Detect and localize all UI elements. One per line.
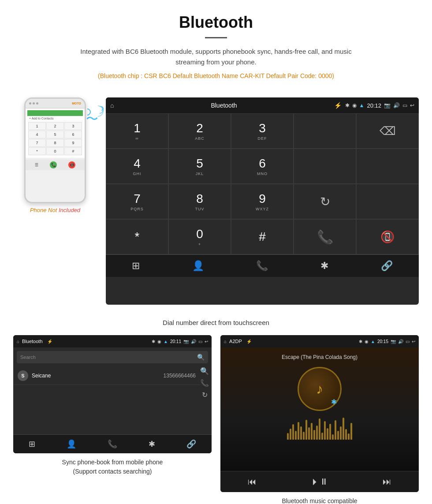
play-pause-icon[interactable]: ⏵⏸ <box>311 477 328 487</box>
music-back-icon: ↩ <box>412 339 415 344</box>
music-song-title: Escape (The Pina Colada Song) <box>282 354 358 360</box>
phone-key-3[interactable]: 3 <box>64 122 82 130</box>
prev-track-icon[interactable]: ⏮ <box>248 477 257 487</box>
page-header: Bluetooth Integrated with BC6 Bluetooth … <box>0 0 432 89</box>
dp-key-1[interactable]: 1∞ <box>106 113 168 149</box>
bt-status-bar: ⌂ Bluetooth ⚡ ✱ ◉ ▲ 20:12 📷 🔊 ▭ ↩ <box>106 97 419 113</box>
eq-bar-5 <box>298 422 299 440</box>
music-usb-icon: ⚡ <box>246 339 252 344</box>
phone-key-hash[interactable]: # <box>64 147 82 155</box>
pb-spacer <box>13 399 212 434</box>
pb-time: 20:11 <box>170 339 181 344</box>
dp-end[interactable]: 📵 <box>356 219 419 254</box>
phone-not-text: Phone Not <box>30 207 57 213</box>
eq-bar-24 <box>348 433 350 440</box>
music-caption: Bluetooth music compatible (Support disp… <box>274 497 365 504</box>
bt-bottom-nav: ⊞ 👤 📞 ✱ 🔗 <box>106 254 419 277</box>
eq-bar-3 <box>292 424 294 440</box>
nav-contacts-icon[interactable]: 👤 <box>192 260 204 272</box>
phone-key-5[interactable]: 5 <box>46 131 64 138</box>
phonebook-caption-line2: (Support contacts searching) <box>73 468 152 475</box>
phone-call-button[interactable]: 📞 <box>50 161 57 168</box>
pb-side-search-icon[interactable]: 🔍 <box>200 367 209 375</box>
music-caption-line1: Bluetooth music compatible <box>282 497 357 504</box>
pb-contact-name: Seicane <box>32 373 160 379</box>
phone-screen-header: ●●● <box>27 110 83 116</box>
phone-not-included-label: Phone Not Included <box>30 207 80 213</box>
bt-dialpad-screenshot: ⌂ Bluetooth ⚡ ✱ ◉ ▲ 20:12 📷 🔊 ▭ ↩ 1∞ <box>106 97 419 305</box>
eq-bar-8 <box>305 420 307 440</box>
phone-key-star[interactable]: * <box>28 147 46 155</box>
music-controls: ⏮ ⏵⏸ ⏭ <box>220 471 419 492</box>
nav-link-icon[interactable]: 🔗 <box>381 260 393 272</box>
music-album-art: ♪ ✱ <box>298 367 342 411</box>
phone-mockup: MOTO ●●● + Add to Contacts 1 2 3 4 5 6 7 <box>24 97 86 203</box>
eq-bar-21 <box>340 426 342 440</box>
phone-key-4[interactable]: 4 <box>28 131 46 138</box>
dp-key-3[interactable]: 3DEF <box>231 113 294 149</box>
phone-key-1[interactable]: 1 <box>28 122 46 130</box>
dialpad-grid: 1∞ 2ABC 3DEF ⌫ 4GHI 5JKL 6MNO 7PQRS 8TUV… <box>106 113 419 254</box>
pb-nav-contacts[interactable]: 👤 <box>67 439 76 449</box>
dp-key-2[interactable]: 2ABC <box>168 113 231 149</box>
middle-section: 〜 MOTO ●●● <box>0 89 432 314</box>
nav-bluetooth-icon[interactable]: ✱ <box>320 260 328 272</box>
pb-contact-row[interactable]: S Seicane 13566664466 <box>13 367 200 385</box>
pb-side-call-icon[interactable]: 📞 <box>200 379 209 387</box>
music-home-icon: ⌂ <box>224 339 227 344</box>
phone-key-7[interactable]: 7 <box>28 139 46 147</box>
phone-menu-btn[interactable]: ☰ <box>35 163 38 167</box>
description-text: Integrated with BC6 Bluetooth module, su… <box>66 46 366 67</box>
dp-key-0[interactable]: 0+ <box>168 219 231 254</box>
dp-refresh[interactable]: ↻ <box>294 184 356 219</box>
pb-signal-icon: ▲ <box>164 339 168 344</box>
phone-keypad: 1 2 3 4 5 6 7 8 9 * 0 # <box>27 121 83 156</box>
dp-key-8[interactable]: 8TUV <box>168 184 231 219</box>
bottom-section: ⌂ Bluetooth ⚡ ✱ ◉ ▲ 20:11 📷 🔊 ▭ ↩ Search… <box>0 335 432 504</box>
next-track-icon[interactable]: ⏭ <box>383 477 391 487</box>
pb-nav-grid[interactable]: ⊞ <box>29 439 35 449</box>
music-body: Escape (The Pina Colada Song) ♪ ✱ <box>220 347 419 471</box>
pb-search-placeholder: Search <box>20 355 197 360</box>
dp-key-4[interactable]: 4GHI <box>106 149 168 184</box>
music-screen-title: A2DP <box>229 339 242 344</box>
pb-status-bar: ⌂ Bluetooth ⚡ ✱ ◉ ▲ 20:11 📷 🔊 ▭ ↩ <box>13 335 212 347</box>
music-status-bar: ⌂ A2DP ⚡ ✱ ◉ ▲ 20:15 📷 🔊 ▭ ↩ <box>220 335 419 347</box>
phone-key-9[interactable]: 9 <box>64 139 82 147</box>
location-icon: ◉ <box>352 102 357 108</box>
pb-bottom-nav: ⊞ 👤 📞 ✱ 🔗 <box>13 434 212 453</box>
dp-key-9[interactable]: 9WXYZ <box>231 184 294 219</box>
phone-key-6[interactable]: 6 <box>64 131 82 138</box>
pb-search-bar[interactable]: Search 🔍 <box>17 351 208 363</box>
dp-key-hash[interactable]: # <box>231 219 294 254</box>
pb-loc-icon: ◉ <box>157 339 161 344</box>
phone-key-0[interactable]: 0 <box>46 147 64 155</box>
pb-nav-bt[interactable]: ✱ <box>149 439 155 449</box>
dp-key-star[interactable]: * <box>106 219 168 254</box>
eq-bar-20 <box>337 431 339 440</box>
phone-key-2[interactable]: 2 <box>46 122 64 130</box>
phone-end-button[interactable]: 📵 <box>68 161 75 168</box>
pb-side-refresh-icon[interactable]: ↻ <box>202 391 208 399</box>
dp-key-6[interactable]: 6MNO <box>231 149 294 184</box>
music-screen-icon: ▭ <box>406 339 410 344</box>
dp-key-7[interactable]: 7PQRS <box>106 184 168 219</box>
phone-top-bar: MOTO <box>26 99 85 108</box>
phonebook-item: ⌂ Bluetooth ⚡ ✱ ◉ ▲ 20:11 📷 🔊 ▭ ↩ Search… <box>13 335 212 504</box>
pb-nav-phone[interactable]: 📞 <box>108 439 117 449</box>
pb-nav-link[interactable]: 🔗 <box>186 439 196 449</box>
nav-grid-icon[interactable]: ⊞ <box>132 260 140 272</box>
pb-title: Bluetooth <box>22 339 42 344</box>
dp-key-5[interactable]: 5JKL <box>168 149 231 184</box>
eq-bar-17 <box>329 424 331 440</box>
phone-included-text: Included <box>59 207 80 213</box>
dp-call[interactable]: 📞 <box>294 219 356 254</box>
phone-key-8[interactable]: 8 <box>46 139 64 147</box>
eq-bar-7 <box>303 432 305 440</box>
dp-empty-4 <box>356 184 419 219</box>
eq-bar-23 <box>345 429 347 440</box>
music-screenshot: ⌂ A2DP ⚡ ✱ ◉ ▲ 20:15 📷 🔊 ▭ ↩ Escape (The… <box>220 335 419 492</box>
dp-backspace[interactable]: ⌫ <box>356 113 419 149</box>
nav-phone-icon[interactable]: 📞 <box>256 260 268 272</box>
status-right: ✱ ◉ ▲ 20:12 📷 🔊 ▭ ↩ <box>345 102 414 109</box>
